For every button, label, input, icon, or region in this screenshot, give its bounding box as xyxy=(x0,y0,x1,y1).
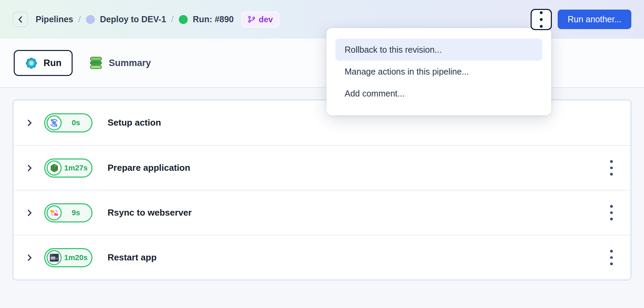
action-row-prepare[interactable]: 1m27s Prepare application xyxy=(13,145,631,190)
tab-run-label: Run xyxy=(44,58,61,68)
menu-item-rollback[interactable]: Rollback to this revision... xyxy=(335,39,542,61)
menu-item-add-comment[interactable]: Add comment... xyxy=(335,82,542,104)
tab-summary[interactable]: Summary xyxy=(89,56,151,69)
back-button[interactable] xyxy=(13,12,28,27)
expand-chevron-icon[interactable] xyxy=(25,118,34,127)
expand-chevron-icon[interactable] xyxy=(25,253,34,262)
action-row-restart[interactable]: SSH 1m20s Restart app xyxy=(13,235,631,280)
kebab-dot xyxy=(610,256,613,259)
action-kebab-menu-button[interactable] xyxy=(604,247,619,268)
ssh-icon-label: SSH xyxy=(51,257,55,259)
status-duration-pill: 0s xyxy=(44,113,92,132)
breadcrumb: Pipelines / Deploy to DEV-1 / Run: #890 … xyxy=(36,12,279,27)
status-duration-pill: 9s xyxy=(44,203,92,222)
nodejs-hexagon-icon xyxy=(47,161,62,176)
action-duration: 1m27s xyxy=(62,164,91,172)
tab-run[interactable]: Run xyxy=(14,50,73,76)
action-duration: 0s xyxy=(62,118,91,127)
pipeline-status-dot xyxy=(86,15,95,24)
summary-stack-icon xyxy=(89,56,103,69)
tab-summary-label: Summary xyxy=(109,58,151,68)
run-flower-icon xyxy=(25,57,38,69)
kebab-dot xyxy=(610,167,613,169)
kebab-dot xyxy=(610,205,613,208)
menu-item-manage-actions[interactable]: Manage actions in this pipeline... xyxy=(335,61,542,82)
actions-card: 0s Setup action 1m27 xyxy=(13,100,631,280)
run-another-button[interactable]: Run another... xyxy=(558,10,631,29)
status-duration-pill: SSH 1m20s xyxy=(44,248,92,267)
action-title: Setup action xyxy=(108,117,161,128)
branch-badge[interactable]: dev xyxy=(242,12,279,27)
rsync-folders-icon xyxy=(47,205,62,220)
action-kebab-menu-button[interactable] xyxy=(604,203,619,223)
kebab-dot xyxy=(540,18,543,21)
action-title: Rsync to webserver xyxy=(108,207,192,218)
action-row-rsync[interactable]: 9s Rsync to webserver xyxy=(13,190,631,235)
kebab-dot xyxy=(610,218,613,220)
breadcrumb-separator: / xyxy=(78,14,81,24)
kebab-dot xyxy=(610,211,613,214)
branch-name: dev xyxy=(259,15,273,24)
run-options-dropdown-menu: Rollback to this revision... Manage acti… xyxy=(326,28,551,115)
breadcrumb-run-number: Run: #890 xyxy=(193,14,234,24)
kebab-dot xyxy=(540,25,543,28)
kebab-dot xyxy=(610,173,613,176)
run-options-kebab-button[interactable] xyxy=(531,9,552,30)
git-branch-icon xyxy=(248,15,256,23)
breadcrumb-pipeline-name[interactable]: Deploy to DEV-1 xyxy=(100,14,166,24)
expand-chevron-icon[interactable] xyxy=(25,164,34,172)
run-status-dot xyxy=(179,15,188,24)
breadcrumb-pipelines[interactable]: Pipelines xyxy=(36,14,73,24)
ssh-terminal-icon: SSH xyxy=(47,250,62,265)
action-duration: 9s xyxy=(62,208,91,217)
expand-chevron-icon[interactable] xyxy=(25,208,34,217)
action-title: Prepare application xyxy=(108,163,190,173)
status-duration-pill: 1m27s xyxy=(44,158,92,178)
action-kebab-menu-button[interactable] xyxy=(604,158,619,178)
run-content: 0s Setup action 1m27 xyxy=(0,88,644,280)
action-title: Restart app xyxy=(108,252,157,263)
setup-sync-gear-icon xyxy=(47,115,62,130)
kebab-dot xyxy=(610,160,613,163)
action-duration: 1m20s xyxy=(62,253,91,262)
kebab-dot xyxy=(610,250,613,253)
breadcrumb-separator: / xyxy=(171,14,174,24)
kebab-dot xyxy=(540,11,543,14)
chevron-left-icon xyxy=(16,15,25,24)
pipeline-run-page: Pipelines / Deploy to DEV-1 / Run: #890 … xyxy=(0,0,644,308)
kebab-dot xyxy=(610,262,613,265)
